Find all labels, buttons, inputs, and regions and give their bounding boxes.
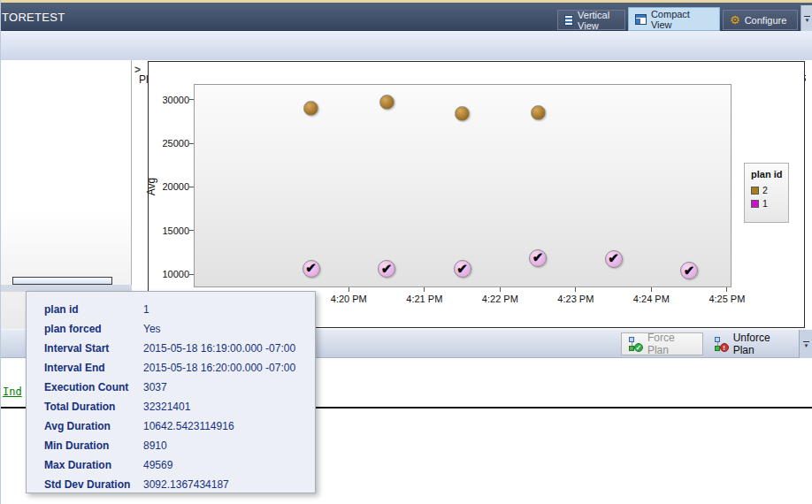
- tooltip-row: plan forcedYes: [44, 319, 315, 339]
- titlebar-overflow-button[interactable]: ▼: [801, 5, 812, 34]
- plan-details-tooltip: plan id1plan forcedYesInterval Start2015…: [26, 291, 316, 493]
- data-point-plan-1[interactable]: ✔: [454, 260, 471, 278]
- legend-swatch: [751, 200, 759, 208]
- legend-entry-plan-1[interactable]: 1: [751, 198, 788, 209]
- tooltip-row: Max Duration49569: [44, 455, 315, 475]
- forced-plan-check-icon: ✔: [381, 262, 393, 275]
- tooltip-row-label: Std Dev Duration: [44, 478, 143, 491]
- tooltip-row-value: 2015-05-18 16:20:00.000 -07:00: [143, 362, 315, 374]
- plan-summary-toolbar: ▼ Plan Summary For Query 1 ✓ !: [1, 31, 812, 60]
- data-point-plan-1[interactable]: ✔: [605, 250, 623, 268]
- right-gutter: [806, 60, 812, 329]
- forced-plan-check-icon: ✔: [532, 250, 544, 263]
- tooltip-row-label: Execution Count: [44, 381, 143, 393]
- vertical-view-icon: [564, 15, 573, 26]
- legend-entry-label: 2: [762, 185, 768, 195]
- query-store-window: TORETEST Vertical View Compact View ⚙ Co…: [0, 0, 812, 504]
- tooltip-row-value: 2015-05-18 16:19:00.000 -07:00: [143, 342, 315, 355]
- chevron-down-icon: ▼: [804, 343, 809, 348]
- titlebar: TORETEST Vertical View Compact View ⚙ Co…: [1, 3, 812, 31]
- data-point-plan-1[interactable]: ✔: [303, 260, 320, 278]
- compact-view-label: Compact View: [651, 9, 713, 30]
- tooltip-row-value: 3037: [143, 381, 315, 393]
- data-point-plan-1[interactable]: ✔: [529, 249, 547, 267]
- tooltip-row-label: Total Duration: [44, 401, 143, 413]
- tooltip-row-label: plan id: [44, 303, 143, 316]
- tooltip-row-value: Yes: [143, 323, 315, 335]
- tooltip-row-label: Interval Start: [44, 342, 143, 355]
- forced-plan-check-icon: ✔: [456, 262, 468, 275]
- legend-entry-label: 1: [762, 198, 768, 209]
- tooltip-row-value: 32321401: [143, 401, 315, 413]
- tooltip-row: plan id1: [44, 300, 315, 319]
- vertical-view-button[interactable]: Vertical View: [557, 10, 625, 30]
- tooltip-row-value: 10642.5423114916: [143, 420, 315, 432]
- data-point-plan-2[interactable]: [455, 106, 470, 121]
- tooltip-row: Total Duration32321401: [44, 397, 315, 416]
- gear-icon: ⚙: [730, 14, 740, 26]
- legend-entry-plan-2[interactable]: 2: [751, 185, 788, 195]
- tooltip-row-label: Avg Duration: [44, 420, 143, 432]
- legend-title: plan id: [751, 169, 788, 179]
- tooltip-row: Interval End2015-05-18 16:20:00.000 -07:…: [44, 358, 315, 378]
- tooltip-row-value: 1: [143, 303, 315, 316]
- legend-swatch: [751, 187, 759, 195]
- tooltip-row: Interval Start2015-05-18 16:19:00.000 -0…: [44, 339, 315, 358]
- tooltip-row-value: 8910: [143, 439, 315, 452]
- force-plan-button[interactable]: ✓ Force Plan: [621, 332, 703, 355]
- compact-view-icon: [635, 14, 647, 25]
- compact-view-button[interactable]: Compact View: [628, 7, 720, 31]
- tooltip-row-value: 3092.1367434187: [143, 478, 315, 491]
- configure-label: Configure: [745, 15, 787, 26]
- force-plan-label: Force Plan: [647, 332, 695, 356]
- tooltip-row-label: Min Duration: [44, 439, 143, 452]
- forced-plan-check-icon: ✔: [684, 263, 695, 277]
- chart-legend: plan id 21: [744, 163, 789, 223]
- tooltip-row-value: 49569: [143, 459, 315, 471]
- tooltip-row-label: plan forced: [44, 323, 143, 335]
- tooltip-row-label: Max Duration: [44, 459, 143, 471]
- forced-plan-check-icon: ✔: [608, 251, 619, 264]
- y-axis-label: Avg: [145, 160, 157, 213]
- vertical-view-label: Vertical View: [578, 10, 618, 31]
- unforce-plan-label: Unforce Plan: [733, 332, 789, 356]
- expand-panel-chevron[interactable]: >: [134, 64, 141, 76]
- configure-button[interactable]: ⚙ Configure: [723, 10, 798, 30]
- data-point-plan-2[interactable]: [379, 95, 395, 110]
- tooltip-row: Min Duration8910: [44, 436, 315, 455]
- force-plan-icon: ✓: [629, 337, 642, 351]
- unforce-plan-icon: !: [715, 337, 728, 351]
- tooltip-row-label: Interval End: [44, 362, 143, 374]
- window-title: TORETEST: [2, 11, 65, 24]
- legend-entries: 21: [751, 185, 788, 209]
- forced-plan-check-icon: ✔: [305, 261, 317, 274]
- tooltip-row: Std Dev Duration3092.1367434187: [44, 475, 315, 494]
- tooltip-row: Avg Duration10642.5423114916: [44, 416, 315, 436]
- data-point-plan-2[interactable]: [531, 105, 546, 120]
- unforce-plan-button[interactable]: ! Unforce Plan: [708, 332, 796, 355]
- plan-text-snippet: Ind: [3, 386, 22, 398]
- plan-toolbar-overflow-button[interactable]: ▼: [799, 330, 812, 359]
- tooltip-row: Execution Count3037: [44, 378, 315, 397]
- chevron-down-icon: ▼: [805, 18, 810, 23]
- left-panel-axis-box: [12, 277, 112, 285]
